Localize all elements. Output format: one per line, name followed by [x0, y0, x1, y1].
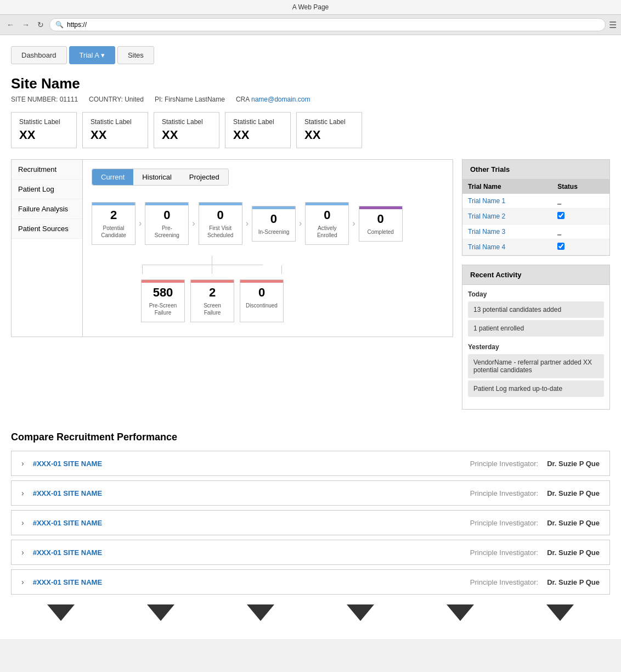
arrow-icon-5: › — [352, 219, 355, 228]
compare-row-2: › #XXX-01 SITE NAME Principle Investigat… — [11, 510, 610, 535]
compare-site-link-1[interactable]: #XXX-01 SITE NAME — [33, 489, 461, 497]
tab-sites[interactable]: Sites — [117, 46, 154, 64]
activity-yesterday: Yesterday VendorName - referral partner … — [468, 343, 604, 397]
lock-icon: 🔍 — [55, 21, 64, 29]
compare-pi-label-0: Principle Investigator: — [470, 460, 538, 468]
stat-card-1: Statistic Label XX — [82, 112, 148, 148]
chevron-right-icon-1[interactable]: › — [21, 489, 24, 497]
cra-email-link[interactable]: name@domain.com — [251, 96, 310, 103]
stat-card-2: Statistic Label XX — [154, 112, 219, 148]
activity-day-yesterday: Yesterday — [468, 343, 604, 351]
compare-pi-name-0: Dr. Suzie P Que — [547, 460, 600, 468]
compare-pi-label-4: Principle Investigator: — [470, 578, 538, 586]
activity-item-2: VendorName - referral partner added XX p… — [468, 354, 604, 378]
arrow-icon-2: › — [192, 219, 195, 228]
triangle-5 — [447, 604, 474, 621]
arrow-icon-3: › — [246, 219, 249, 228]
compare-title: Compare Recruitment Performance — [11, 432, 610, 443]
activity-item-1: 1 patient enrolled — [468, 320, 604, 337]
funnel-top-row: 2 PotentialCandidate › 0 Pre-Screening › — [92, 202, 444, 245]
stat-card-3: Statistic Label XX — [225, 112, 291, 148]
funnel-box-in-screening: 0 In-Screening — [252, 206, 296, 242]
sidebar-item-patient-log[interactable]: Patient Log — [12, 180, 82, 199]
compare-row-1: › #XXX-01 SITE NAME Principle Investigat… — [11, 480, 610, 506]
chevron-right-icon-4[interactable]: › — [21, 578, 24, 586]
stat-label-0: Statistic Label — [19, 118, 69, 126]
compare-site-link-4[interactable]: #XXX-01 SITE NAME — [33, 578, 461, 586]
compare-pi-name-2: Dr. Suzie P Que — [547, 519, 600, 527]
refresh-button[interactable]: ↻ — [35, 19, 46, 30]
table-row: Trial Name 4 — [462, 239, 609, 255]
content-area: Recruitment Patient Log Failure Analysis… — [11, 159, 453, 337]
compare-site-link-2[interactable]: #XXX-01 SITE NAME — [33, 519, 461, 527]
trials-col-status: Status — [552, 180, 609, 194]
funnel-box-screen-failure: 2 ScreenFailure — [190, 279, 234, 322]
address-bar: 🔍 — [49, 18, 606, 31]
activity-item-3: Patient Log marked up-to-date — [468, 380, 604, 397]
page-content: Dashboard Trial A ▾ Sites Site Name SITE… — [0, 35, 621, 639]
trial-name-1-link[interactable]: Trial Name 1 — [468, 197, 505, 205]
compare-row-3: › #XXX-01 SITE NAME Principle Investigat… — [11, 540, 610, 565]
trial-name-3-link[interactable]: Trial Name 3 — [468, 228, 505, 236]
funnel-container: 2 PotentialCandidate › 0 Pre-Screening › — [92, 197, 444, 328]
side-nav: Recruitment Patient Log Failure Analysis… — [12, 160, 83, 337]
forward-button[interactable]: → — [20, 19, 32, 30]
tab-trial-a[interactable]: Trial A ▾ — [69, 46, 115, 64]
browser-chrome: A Web Page ← → ↻ 🔍 ☰ — [0, 0, 621, 35]
stats-row: Statistic Label XX Statistic Label XX St… — [11, 112, 610, 148]
back-button[interactable]: ← — [4, 19, 16, 30]
compare-pi-name-1: Dr. Suzie P Que — [547, 489, 600, 497]
funnel-box-actively-enrolled: 0 ActivelyEnrolled — [305, 202, 349, 245]
stat-value-4: XX — [304, 128, 354, 142]
funnel-box-discontinued: 0 Discontinued — [240, 279, 284, 322]
sidebar-item-failure-analysis[interactable]: Failure Analysis — [12, 199, 82, 219]
trials-table: Trial Name Status Trial Name 1 ⎯ Trial N… — [462, 180, 609, 255]
triangle-4 — [347, 604, 374, 621]
funnel-box-potential-candidate: 2 PotentialCandidate — [92, 202, 136, 245]
funnel-failure-row: 580 Pre-ScreenFailure 2 ScreenFailure 0 — [141, 279, 444, 322]
site-number: SITE NUMBER: 01111 — [11, 96, 78, 103]
nav-tabs: Dashboard Trial A ▾ Sites — [11, 46, 610, 64]
status-checkbox-4[interactable] — [557, 243, 564, 250]
table-row: Trial Name 3 ⎯ — [462, 225, 609, 239]
compare-row-0: › #XXX-01 SITE NAME Principle Investigat… — [11, 451, 610, 476]
table-row: Trial Name 1 ⎯ — [462, 194, 609, 209]
menu-button[interactable]: ☰ — [609, 20, 617, 30]
other-trials-card: Other Trials Trial Name Status Trial Nam… — [462, 159, 610, 256]
status-icon-3: ⎯ — [557, 228, 561, 236]
tab-current[interactable]: Current — [92, 169, 133, 185]
site-country: COUNTRY: United — [89, 96, 144, 103]
chevron-right-icon-2[interactable]: › — [21, 518, 24, 527]
funnel-box-first-visit: 0 First VisitScheduled — [199, 202, 242, 245]
tab-historical[interactable]: Historical — [133, 169, 180, 185]
trial-name-4-link[interactable]: Trial Name 4 — [468, 243, 505, 251]
recent-activity-body: Today 13 potential candidates added 1 pa… — [462, 285, 609, 409]
chevron-right-icon-0[interactable]: › — [21, 459, 24, 468]
stat-label-3: Statistic Label — [233, 118, 283, 126]
compare-section: Compare Recruitment Performance › #XXX-0… — [11, 432, 610, 595]
compare-site-link-0[interactable]: #XXX-01 SITE NAME — [33, 460, 461, 468]
stat-value-1: XX — [91, 128, 140, 142]
triangle-1 — [47, 604, 75, 621]
activity-day-today: Today — [468, 290, 604, 298]
recruitment-area: Current Historical Projected 2 Potential… — [83, 160, 453, 337]
compare-pi-name-3: Dr. Suzie P Que — [547, 548, 600, 557]
compare-site-link-3[interactable]: #XXX-01 SITE NAME — [33, 548, 461, 557]
compare-pi-label-2: Principle Investigator: — [470, 519, 538, 527]
tab-projected[interactable]: Projected — [180, 169, 228, 185]
chevron-right-icon-3[interactable]: › — [21, 548, 24, 557]
sidebar-item-patient-sources[interactable]: Patient Sources — [12, 219, 82, 239]
stat-label-2: Statistic Label — [162, 118, 211, 126]
browser-toolbar: ← → ↻ 🔍 ☰ — [0, 15, 621, 35]
status-checkbox-2[interactable] — [557, 212, 564, 219]
stat-label-4: Statistic Label — [304, 118, 354, 126]
url-input[interactable] — [67, 21, 600, 29]
tab-dashboard[interactable]: Dashboard — [11, 46, 67, 64]
trial-name-2-link[interactable]: Trial Name 2 — [468, 212, 505, 220]
stat-value-0: XX — [19, 128, 69, 142]
stat-card-0: Statistic Label XX — [11, 112, 77, 148]
other-trials-title: Other Trials — [462, 160, 609, 180]
sidebar-item-recruitment[interactable]: Recruitment — [12, 160, 82, 180]
trials-col-name: Trial Name — [462, 180, 552, 194]
activity-item-0: 13 potential candidates added — [468, 301, 604, 318]
